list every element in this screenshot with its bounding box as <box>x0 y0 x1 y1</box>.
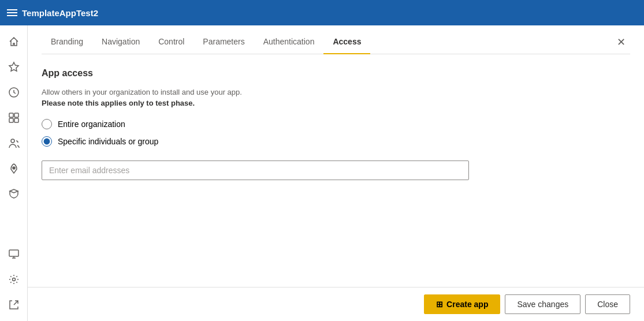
app-title: TemplateAppTest2 <box>22 8 98 18</box>
tab-navigation[interactable]: Navigation <box>92 30 149 54</box>
sidebar-item-launch[interactable] <box>2 157 25 180</box>
tab-access[interactable]: Access <box>323 30 370 54</box>
svg-point-5 <box>11 139 14 143</box>
close-label: Close <box>597 300 618 309</box>
tab-branding[interactable]: Branding <box>42 30 92 54</box>
svg-rect-4 <box>14 118 18 122</box>
radio-specific-group-label: Specific individuals or group <box>58 137 158 146</box>
section-title: App access <box>42 68 630 79</box>
save-changes-label: Save changes <box>517 300 568 309</box>
close-button[interactable]: Close <box>585 294 630 314</box>
content-panel: Branding Navigation Control Parameters A… <box>28 25 644 321</box>
svg-rect-1 <box>9 113 13 117</box>
radio-entire-org-label: Entire organization <box>58 120 125 129</box>
radio-group: Entire organization Specific individuals… <box>42 119 630 147</box>
email-input[interactable] <box>42 160 469 180</box>
footer: ⊞ Create app Save changes Close <box>28 287 644 321</box>
sidebar-item-apps[interactable] <box>2 106 25 129</box>
sidebar-item-users[interactable] <box>2 132 25 155</box>
sidebar <box>0 25 28 321</box>
radio-specific-group-input[interactable] <box>42 136 52 147</box>
menu-button[interactable] <box>7 9 17 16</box>
description-text: Allow others in your organization to ins… <box>42 88 630 96</box>
sidebar-item-recent[interactable] <box>2 81 25 104</box>
tab-control[interactable]: Control <box>149 30 193 54</box>
dialog-content: App access Allow others in your organiza… <box>42 54 630 287</box>
svg-rect-2 <box>14 113 18 117</box>
sidebar-item-learn[interactable] <box>2 182 25 206</box>
sidebar-item-settings[interactable] <box>2 268 25 291</box>
sidebar-item-favorites[interactable] <box>2 55 25 79</box>
create-app-button[interactable]: ⊞ Create app <box>424 294 500 314</box>
sidebar-item-external[interactable] <box>2 293 25 316</box>
sidebar-item-monitor[interactable] <box>2 242 25 266</box>
dialog-area: Branding Navigation Control Parameters A… <box>28 25 644 287</box>
note-text: Please note this applies only to test ph… <box>42 99 630 107</box>
svg-rect-7 <box>9 250 18 256</box>
top-bar: TemplateAppTest2 <box>0 0 644 25</box>
radio-entire-org-input[interactable] <box>42 119 52 129</box>
sidebar-item-home[interactable] <box>2 30 25 53</box>
tabs-bar: Branding Navigation Control Parameters A… <box>42 25 630 54</box>
tab-parameters[interactable]: Parameters <box>193 30 254 54</box>
close-dialog-icon[interactable]: ✕ <box>612 35 630 50</box>
svg-rect-3 <box>9 118 13 122</box>
radio-specific-group[interactable]: Specific individuals or group <box>42 136 630 147</box>
save-changes-button[interactable]: Save changes <box>505 294 580 314</box>
tab-authentication[interactable]: Authentication <box>254 30 324 54</box>
svg-point-6 <box>13 167 15 169</box>
main-area: Branding Navigation Control Parameters A… <box>0 25 644 321</box>
create-app-icon: ⊞ <box>436 300 443 309</box>
create-app-label: Create app <box>446 300 488 309</box>
svg-point-8 <box>12 278 15 281</box>
radio-entire-org[interactable]: Entire organization <box>42 119 630 129</box>
